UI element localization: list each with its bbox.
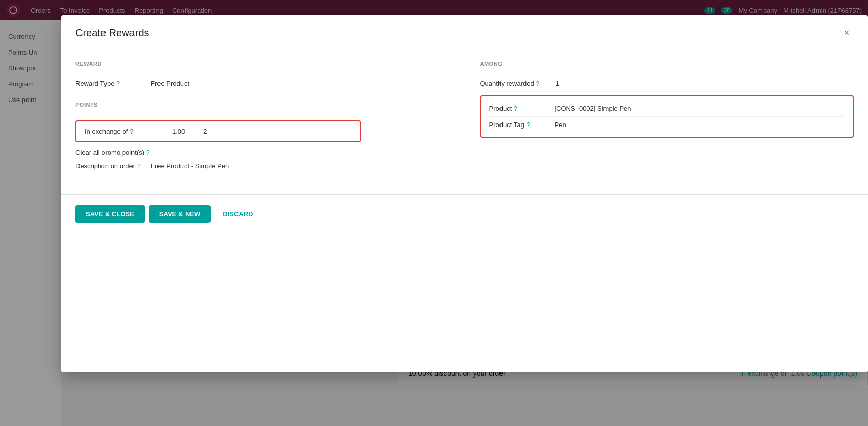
reward-type-value[interactable]: Free Product	[151, 80, 189, 87]
reward-type-help-icon[interactable]: ?	[116, 80, 120, 87]
in-exchange-value2[interactable]: 2	[203, 128, 207, 135]
description-value: Free Product - Simple Pen	[151, 162, 229, 170]
quantity-rewarded-help-icon[interactable]: ?	[536, 80, 540, 87]
reward-section-header: REWARD	[75, 61, 450, 71]
modal-divider	[61, 194, 868, 195]
product-value[interactable]: [CONS_0002] Simple Pen	[555, 105, 632, 112]
modal-title: Create Rewards	[75, 27, 149, 39]
product-tag-label: Product Tag ?	[489, 121, 550, 129]
reward-type-label: Reward Type ?	[75, 80, 147, 87]
quantity-rewarded-value[interactable]: 1	[556, 80, 559, 87]
clear-promo-help-icon[interactable]: ?	[146, 149, 150, 156]
modal-footer: SAVE & CLOSE SAVE & NEW DISCARD	[61, 205, 868, 235]
save-new-button[interactable]: SAVE & NEW	[149, 205, 211, 223]
points-section: POINTS In exchange of ? 1.00 2 Clear a	[75, 102, 450, 170]
clear-promo-label: Clear all promo point(s) ?	[75, 148, 150, 156]
in-exchange-label: In exchange of ?	[85, 128, 134, 135]
in-exchange-help-icon[interactable]: ?	[130, 128, 134, 135]
product-tag-value[interactable]: Pen	[555, 121, 566, 129]
product-tag-help-icon[interactable]: ?	[527, 121, 530, 129]
points-section-header: POINTS	[75, 102, 450, 112]
clear-promo-checkbox[interactable]	[155, 149, 162, 156]
reward-type-row: Reward Type ? Free Product	[75, 80, 450, 87]
modal-body: REWARD Reward Type ? Free Product POINTS	[61, 48, 868, 182]
product-label: Product ?	[489, 105, 550, 112]
description-row: Description on order ? Free Product - Si…	[75, 162, 450, 170]
create-rewards-modal: Create Rewards × REWARD Reward Type ? Fr…	[61, 15, 868, 372]
discard-button[interactable]: DISCARD	[215, 205, 261, 223]
product-row: Product ? [CONS_0002] Simple Pen	[489, 101, 845, 116]
description-label: Description on order ?	[75, 162, 147, 170]
among-section-header: AMONG	[480, 61, 854, 71]
in-exchange-value1[interactable]: 1.00	[172, 128, 185, 135]
modal-sections: REWARD Reward Type ? Free Product POINTS	[75, 61, 854, 170]
save-close-button[interactable]: SAVE & CLOSE	[75, 205, 145, 223]
in-exchange-box: In exchange of ? 1.00 2	[75, 120, 361, 142]
reward-section: REWARD Reward Type ? Free Product POINTS	[75, 61, 450, 170]
clear-promo-row: Clear all promo point(s) ?	[75, 148, 450, 156]
modal-header: Create Rewards ×	[61, 15, 868, 48]
product-help-icon[interactable]: ?	[514, 105, 517, 112]
description-help-icon[interactable]: ?	[137, 163, 141, 170]
quantity-rewarded-label: Quantity rewarded ?	[480, 80, 551, 87]
modal-close-button[interactable]: ×	[839, 26, 854, 40]
among-section: AMONG Quantity rewarded ? 1 Product ?	[480, 61, 854, 170]
product-box: Product ? [CONS_0002] Simple Pen Product…	[480, 95, 854, 138]
product-tag-row: Product Tag ? Pen	[489, 116, 845, 133]
quantity-rewarded-row: Quantity rewarded ? 1	[480, 80, 854, 87]
